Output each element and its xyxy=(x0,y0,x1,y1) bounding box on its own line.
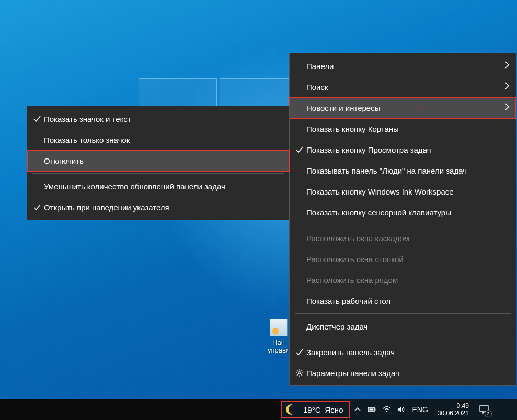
control-panel-icon xyxy=(270,319,288,336)
main-menu-item-0[interactable]: Панели xyxy=(290,55,516,76)
action-center-icon[interactable]: 2 xyxy=(478,404,490,415)
sub-menu-item-0[interactable]: Показать значок и текст xyxy=(27,108,289,129)
menu-item-label: Показывать панель "Люди" на панели задач xyxy=(306,166,510,175)
main-menu-item-1[interactable]: Поиск xyxy=(290,76,516,97)
main-menu-item-2: Расположить окна рядом xyxy=(290,269,516,290)
desktop-icon-label: управл xyxy=(268,346,290,354)
menu-separator xyxy=(32,173,284,174)
svg-rect-10 xyxy=(370,408,374,410)
svg-point-0 xyxy=(298,372,301,374)
menu-item-label: Расположить окна рядом xyxy=(306,276,510,285)
sub-menu-item-1[interactable]: Показать только значок xyxy=(27,129,289,150)
news-interests-submenu: Показать значок и текстПоказать только з… xyxy=(27,106,290,220)
menu-item-label: Показать значок и текст xyxy=(44,115,283,123)
main-menu-item-1: Расположить окна стопкой xyxy=(290,248,516,269)
svg-rect-11 xyxy=(375,408,376,410)
menu-item-label: Новости и интересы xyxy=(306,104,503,112)
sub-menu-item-2[interactable]: Отключить xyxy=(27,150,289,171)
menu-item-label: Уменьшить количество обновлений панели з… xyxy=(44,182,283,191)
svg-line-6 xyxy=(301,374,302,376)
taskbar-left-region xyxy=(0,399,281,420)
check-icon xyxy=(294,145,305,154)
taskbar-clock[interactable]: 0.49 30.06.2021 xyxy=(438,402,469,417)
chevron-right-icon xyxy=(504,61,510,72)
main-menu-item-4[interactable]: Показать кнопку Просмотра задач xyxy=(290,139,516,160)
chevron-right-icon xyxy=(504,82,510,93)
menu-item-label: Параметры панели задач xyxy=(306,369,510,378)
taskbar-time: 0.49 xyxy=(457,402,469,410)
check-icon xyxy=(31,203,43,211)
menu-separator xyxy=(295,313,511,314)
system-tray: ENG 0.49 30.06.2021 2 xyxy=(353,402,493,417)
check-icon xyxy=(294,348,305,356)
weather-text: Ясно xyxy=(325,405,343,414)
menu-item-label: Отключить xyxy=(44,156,283,165)
input-language[interactable]: ENG xyxy=(412,405,428,414)
taskbar-context-menu: ПанелиПоискНовости и интересыПоказать кн… xyxy=(289,53,516,386)
moon-icon xyxy=(289,404,299,415)
menu-separator xyxy=(295,339,511,339)
sub-menu-item-0[interactable]: Уменьшить количество обновлений панели з… xyxy=(27,176,289,197)
menu-item-label: Показать кнопку Кортаны xyxy=(306,124,510,133)
main-menu-item-2[interactable]: Новости и интересы xyxy=(290,97,516,118)
cursor-dot xyxy=(418,108,419,109)
weather-widget[interactable]: 19°C Ясно xyxy=(282,402,349,417)
main-menu-item-7[interactable]: Показать кнопку сенсорной клавиатуры xyxy=(290,202,516,223)
sub-menu-item-1[interactable]: Открыть при наведении указателя xyxy=(27,197,289,218)
volume-icon[interactable] xyxy=(397,405,406,414)
chevron-right-icon xyxy=(504,103,510,113)
menu-separator xyxy=(295,225,511,225)
tray-chevron-up-icon[interactable] xyxy=(353,405,362,414)
wifi-icon[interactable] xyxy=(383,405,391,414)
menu-item-label: Поиск xyxy=(306,83,503,92)
main-menu-item-1[interactable]: Параметры панели задач xyxy=(290,362,516,383)
svg-line-5 xyxy=(297,370,298,371)
menu-item-label: Закрепить панель задач xyxy=(306,348,510,357)
menu-item-label: Диспетчер задач xyxy=(306,322,510,331)
taskbar-date: 30.06.2021 xyxy=(438,410,469,417)
weather-temp: 19°C xyxy=(303,405,321,414)
menu-item-label: Показать рабочий стол xyxy=(306,297,510,305)
menu-item-label: Расположить окна стопкой xyxy=(306,255,510,264)
main-menu-item-3[interactable]: Показать кнопку Кортаны xyxy=(290,118,516,139)
notification-badge: 2 xyxy=(485,410,492,417)
weather-widget-highlight: 19°C Ясно xyxy=(281,401,350,418)
main-menu-item-0: Расположить окна каскадом xyxy=(290,228,516,248)
menu-item-label: Открыть при наведении указателя xyxy=(44,203,283,212)
menu-item-label: Показать кнопку сенсорной клавиатуры xyxy=(306,208,510,217)
main-menu-item-0[interactable]: Диспетчер задач xyxy=(290,316,516,337)
desktop-icon-label: Пан xyxy=(272,338,285,346)
svg-line-8 xyxy=(301,370,302,371)
main-menu-item-0[interactable]: Закрепить панель задач xyxy=(290,342,516,362)
menu-item-label: Панели xyxy=(306,62,503,71)
check-icon xyxy=(31,115,43,123)
menu-item-label: Расположить окна каскадом xyxy=(306,234,510,243)
svg-point-12 xyxy=(386,411,387,412)
svg-line-7 xyxy=(297,374,298,376)
menu-item-label: Показать кнопку Просмотра задач xyxy=(306,145,510,154)
battery-icon[interactable] xyxy=(368,405,376,414)
menu-item-label: Показать только значок xyxy=(44,135,283,144)
main-menu-item-6[interactable]: Показать кнопку Windows Ink Workspace xyxy=(290,181,516,202)
main-menu-item-3[interactable]: Показать рабочий стол xyxy=(290,290,516,311)
gear-icon xyxy=(294,369,305,377)
taskbar: 19°C Ясно ENG 0.49 30.06.2021 2 xyxy=(0,399,517,420)
main-menu-item-5[interactable]: Показывать панель "Люди" на панели задач xyxy=(290,160,516,181)
menu-item-label: Показать кнопку Windows Ink Workspace xyxy=(306,187,510,196)
